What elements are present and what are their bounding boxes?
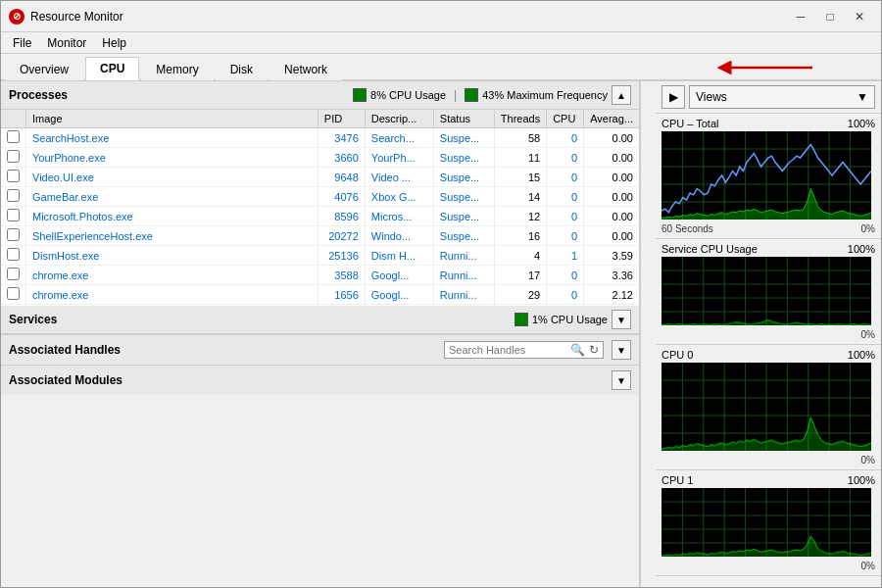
- row-check[interactable]: [1, 148, 26, 168]
- resource-monitor-window: ⊘ Resource Monitor ─ □ ✕ File Monitor He…: [0, 0, 882, 588]
- cpu0-canvas: [662, 363, 871, 451]
- row-pid: 1656: [318, 285, 365, 305]
- tab-network[interactable]: Network: [270, 58, 342, 80]
- col-avg[interactable]: Averag...: [584, 110, 639, 128]
- col-check[interactable]: [1, 110, 26, 128]
- cpu1-label-row: CPU 1 100%: [662, 474, 875, 486]
- row-status: Suspe...: [433, 148, 494, 168]
- row-desc: Windo...: [365, 226, 433, 246]
- menu-file[interactable]: File: [5, 34, 39, 52]
- row-pid: 3660: [318, 148, 365, 168]
- row-cpu: 0: [547, 266, 584, 285]
- graph-toolbar: ▶ Views ▼: [656, 81, 881, 114]
- row-avg: 0.00: [584, 128, 639, 148]
- table-row[interactable]: Video.UI.exe 9648 Video ... Suspe... 15 …: [1, 168, 639, 187]
- col-desc[interactable]: Descrip...: [365, 110, 433, 128]
- cpu-total-bottom: 60 Seconds 0%: [662, 223, 875, 234]
- col-image[interactable]: Image: [26, 110, 318, 128]
- cpu0-label-row: CPU 0 100%: [662, 349, 875, 361]
- cpu1-max: 100%: [848, 474, 875, 486]
- row-threads: 11: [494, 148, 546, 168]
- associated-modules-section: Associated Modules ▼: [1, 365, 639, 395]
- tab-disk[interactable]: Disk: [216, 58, 268, 80]
- row-cpu: 0: [547, 207, 584, 226]
- cpu1-bottom: 0%: [662, 561, 875, 571]
- tab-overview[interactable]: Overview: [5, 58, 83, 80]
- processes-table-container[interactable]: Image PID Descrip... Status Threads CPU …: [1, 110, 639, 306]
- row-avg: 0.00: [584, 207, 639, 226]
- associated-handles-section: Associated Handles 🔍 ↻ ▼: [1, 334, 639, 365]
- row-status: Suspe...: [433, 168, 494, 187]
- row-check[interactable]: [1, 128, 26, 148]
- row-pid: 9648: [318, 168, 365, 187]
- associated-handles-header[interactable]: Associated Handles 🔍 ↻ ▼: [1, 335, 639, 365]
- processes-chevron[interactable]: ▲: [612, 85, 631, 105]
- main-scrollbar[interactable]: [640, 81, 656, 587]
- row-threads: 14: [494, 187, 546, 207]
- col-pid[interactable]: PID: [318, 110, 365, 128]
- table-row[interactable]: SearchHost.exe 3476 Search... Suspe... 5…: [1, 128, 639, 148]
- cpu1-graph-section: CPU 1 100% 0%: [656, 470, 881, 576]
- row-check[interactable]: [1, 246, 26, 266]
- graph-nav-button[interactable]: ▶: [662, 85, 685, 109]
- minimize-button[interactable]: ─: [787, 6, 814, 27]
- row-pid: 3588: [318, 266, 365, 285]
- processes-section-header[interactable]: Processes 8% CPU Usage | 43% Maximum Fre…: [1, 81, 639, 110]
- table-row[interactable]: ShellExperienceHost.exe 20272 Windo... S…: [1, 226, 639, 246]
- cpu-total-label: CPU – Total: [662, 118, 719, 129]
- row-desc: Video ...: [365, 168, 433, 187]
- row-status: Suspe...: [433, 128, 494, 148]
- row-pid: 20272: [318, 226, 365, 246]
- tab-cpu[interactable]: CPU: [85, 57, 139, 80]
- row-check[interactable]: [1, 266, 26, 285]
- menu-help[interactable]: Help: [94, 34, 134, 52]
- cpu-total-max: 100%: [848, 118, 875, 129]
- table-row[interactable]: chrome.exe 1656 Googl... Runni... 29 0 2…: [1, 285, 639, 305]
- row-cpu: 0: [547, 168, 584, 187]
- cpu-usage-badge: 8% CPU Usage: [353, 88, 446, 102]
- table-row[interactable]: chrome.exe 3588 Googl... Runni... 17 0 3…: [1, 266, 639, 285]
- row-avg: 3.59: [584, 246, 639, 266]
- row-check[interactable]: [1, 226, 26, 246]
- views-chevron-icon: ▼: [857, 90, 868, 104]
- row-pid: 4076: [318, 187, 365, 207]
- row-threads: 17: [494, 266, 546, 285]
- row-status: Runni...: [433, 285, 494, 305]
- search-refresh-icon[interactable]: ↻: [589, 343, 599, 357]
- modules-chevron[interactable]: ▼: [612, 370, 631, 390]
- row-image: Video.UI.exe: [26, 168, 318, 187]
- col-status[interactable]: Status: [433, 110, 494, 128]
- left-panel: Processes 8% CPU Usage | 43% Maximum Fre…: [1, 81, 640, 587]
- services-section-header[interactable]: Services 1% CPU Usage ▼: [1, 306, 639, 334]
- cpu-total-graph-section: CPU – Total 100% 60 Seconds 0%: [656, 114, 881, 239]
- table-row[interactable]: YourPhone.exe 3660 YourPh... Suspe... 11…: [1, 148, 639, 168]
- views-dropdown[interactable]: Views ▼: [689, 85, 875, 109]
- row-avg: 0.00: [584, 187, 639, 207]
- views-label: Views: [696, 90, 727, 104]
- search-handles-input[interactable]: [449, 344, 566, 356]
- row-check[interactable]: [1, 187, 26, 207]
- tab-memory[interactable]: Memory: [141, 58, 213, 80]
- handles-chevron[interactable]: ▼: [612, 340, 631, 360]
- maximize-button[interactable]: □: [816, 6, 844, 27]
- row-image: DismHost.exe: [26, 246, 318, 266]
- col-cpu[interactable]: CPU: [547, 110, 584, 128]
- close-button[interactable]: ✕: [846, 6, 873, 27]
- row-check[interactable]: [1, 168, 26, 187]
- table-row[interactable]: Microsoft.Photos.exe 8596 Micros... Susp…: [1, 207, 639, 226]
- search-handles-box[interactable]: 🔍 ↻: [444, 341, 604, 359]
- service-cpu-bottom: 0%: [662, 329, 875, 340]
- table-row[interactable]: DismHost.exe 25136 Dism H... Runni... 4 …: [1, 246, 639, 266]
- row-cpu: 1: [547, 246, 584, 266]
- row-desc: YourPh...: [365, 148, 433, 168]
- menu-monitor[interactable]: Monitor: [39, 34, 94, 52]
- table-row[interactable]: GameBar.exe 4076 Xbox G... Suspe... 14 0…: [1, 187, 639, 207]
- row-check[interactable]: [1, 207, 26, 226]
- row-threads: 58: [494, 128, 546, 148]
- search-icon[interactable]: 🔍: [570, 343, 585, 357]
- row-check[interactable]: [1, 285, 26, 305]
- row-status: Suspe...: [433, 226, 494, 246]
- associated-modules-header[interactable]: Associated Modules ▼: [1, 366, 639, 395]
- col-threads[interactable]: Threads: [494, 110, 546, 128]
- services-chevron[interactable]: ▼: [612, 310, 631, 329]
